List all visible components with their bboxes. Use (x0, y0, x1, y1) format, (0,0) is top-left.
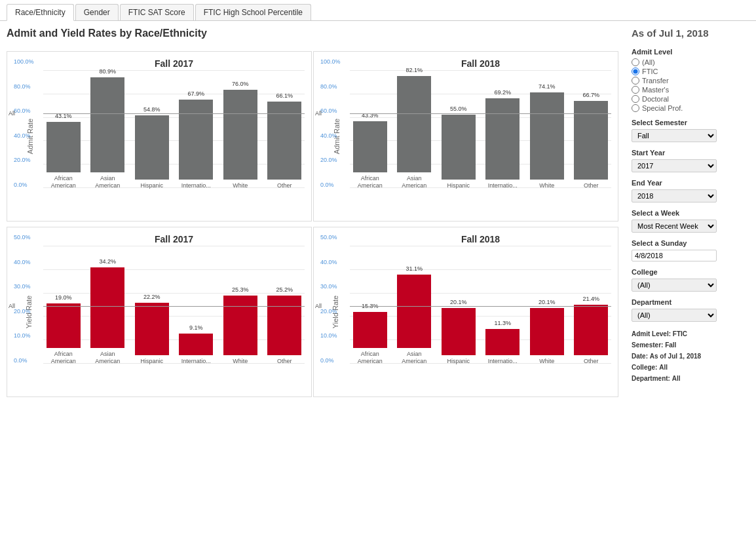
bar: 20.1% (530, 308, 564, 355)
all-line (43, 306, 305, 307)
tab-ftic-sat[interactable]: FTIC SAT Score (120, 4, 194, 20)
bar-value-label: 19.0% (55, 294, 72, 301)
bar-group: 74.1%White (527, 71, 567, 189)
all-line (43, 113, 305, 114)
bar-group: 54.8%Hispanic (132, 71, 172, 189)
bar-value-label: 22.2% (143, 294, 161, 300)
x-axis-label: Hispanic (447, 182, 470, 189)
bar: 25.2% (267, 296, 301, 355)
semester-select[interactable]: FallSpringSummer (632, 129, 717, 142)
chart-panel: Fall 2018Yield Rate50.0%40.0%30.0%20.0%1… (313, 227, 618, 397)
bar: 15.3% (353, 312, 387, 348)
bar-value-label: 55.0% (450, 106, 467, 112)
bar-value-label: 9.1% (189, 324, 203, 331)
bar-group: 66.1%Other (265, 71, 305, 189)
x-axis-label: Internatio... (488, 182, 518, 189)
y-axis: 100.0%80.0%60.0%40.0%20.0%0.0% (14, 58, 34, 188)
bar-group: 43.1%AfricanAmerican (43, 71, 84, 189)
x-axis-label: Other (277, 358, 292, 365)
admit-level-option[interactable]: Doctoral (632, 95, 749, 103)
tab-gender[interactable]: Gender (75, 4, 119, 20)
bar: 54.8% (135, 115, 169, 180)
x-axis-label: Internatio... (488, 358, 518, 365)
bar-value-label: 76.0% (232, 81, 249, 87)
x-axis-label: White (539, 358, 554, 365)
bar: 19.0% (47, 303, 81, 348)
bar-value-label: 20.1% (450, 299, 467, 305)
admit-level-option[interactable]: Transfer (632, 77, 749, 85)
chart-title: Fall 2018 (350, 234, 611, 244)
end-year-label: End Year (632, 179, 749, 187)
bar-group: 76.0%White (220, 71, 261, 189)
dept-select[interactable]: (All) (632, 309, 717, 322)
x-axis-label: Internatio... (181, 182, 211, 189)
bar-value-label: 69.2% (494, 89, 511, 96)
bar: 67.9% (179, 100, 213, 180)
x-axis-label: AsianAmerican (402, 175, 426, 189)
x-axis-label: Other (584, 358, 599, 365)
bar: 9.1% (179, 334, 213, 355)
x-axis-label: AsianAmerican (402, 351, 426, 365)
bar-value-label: 74.1% (539, 83, 556, 90)
bar: 80.9% (90, 77, 124, 173)
bar-group: 80.9%AsianAmerican (88, 71, 128, 189)
all-label: All (315, 110, 322, 117)
bar-group: 66.7%Other (571, 71, 612, 189)
end-year-select[interactable]: 201820172016 (632, 189, 717, 202)
bar-value-label: 31.1% (406, 265, 423, 272)
bar: 21.4% (574, 305, 608, 355)
sunday-input[interactable] (632, 250, 717, 261)
all-line (350, 306, 611, 307)
tab-ftic-hs[interactable]: FTIC High School Percentile (195, 4, 311, 20)
y-axis: 50.0%40.0%30.0%20.0%10.0%0.0% (320, 234, 337, 364)
chart-panel: Fall 2017Admit Rate100.0%80.0%60.0%40.0%… (7, 51, 312, 222)
bar-value-label: 66.1% (276, 92, 293, 99)
bar-group: 55.0%Hispanic (438, 71, 479, 189)
bar: 20.1% (442, 308, 476, 355)
bar-value-label: 34.2% (99, 258, 116, 265)
semester-label: Select Semester (632, 119, 749, 126)
x-axis-label: AfricanAmerican (51, 175, 76, 189)
yield-rate-row: Fall 2017Yield Rate50.0%40.0%30.0%20.0%1… (7, 227, 618, 397)
college-label: College (632, 268, 749, 276)
x-axis-label: Hispanic (140, 358, 163, 365)
admit-level-option[interactable]: FTIC (632, 68, 749, 75)
admit-level-option[interactable]: Master's (632, 86, 749, 94)
bar-value-label: 25.3% (232, 286, 249, 293)
bar: 43.3% (353, 121, 387, 172)
bar-value-label: 20.1% (539, 299, 556, 305)
bar-group: 43.3%AfricanAmerican (350, 71, 390, 189)
x-axis-label: White (233, 182, 248, 189)
admit-level-option[interactable]: Special Prof. (632, 104, 749, 112)
tab-race-ethnicity[interactable]: Race/Ethnicity (7, 4, 74, 21)
bar: 11.3% (485, 329, 520, 356)
x-axis-label: AfricanAmerican (51, 351, 76, 365)
week-select[interactable]: Most Recent Week (632, 220, 717, 233)
y-axis: 50.0%40.0%30.0%20.0%10.0%0.0% (14, 234, 31, 364)
sidebar: As of Jul 1, 2018 Admit Level (All)FTICT… (618, 28, 749, 535)
admit-level-option[interactable]: (All) (632, 58, 749, 66)
x-axis-label: Other (584, 182, 599, 189)
college-select[interactable]: (All) (632, 279, 717, 292)
bar: 25.3% (223, 296, 257, 355)
bar-value-label: 66.7% (582, 92, 599, 98)
bar-value-label: 11.3% (494, 320, 511, 326)
bar-value-label: 21.4% (582, 296, 599, 302)
x-axis-label: AsianAmerican (95, 175, 120, 189)
bar-value-label: 82.1% (406, 67, 423, 73)
bar-group: 67.9%Internatio... (176, 71, 217, 189)
bar-value-label: 80.9% (99, 68, 116, 75)
week-label: Select a Week (632, 209, 749, 217)
chart-title: Fall 2017 (43, 58, 305, 69)
chart-panel: Fall 2017Yield Rate50.0%40.0%30.0%20.0%1… (7, 227, 312, 397)
bar: 74.1% (530, 92, 564, 180)
all-label: All (9, 303, 15, 309)
bar: 76.0% (223, 90, 257, 180)
start-year-select[interactable]: 201720162015 (632, 159, 717, 172)
as-of-date: As of Jul 1, 2018 (632, 28, 749, 39)
admit-level-group: (All)FTICTransferMaster'sDoctoralSpecial… (632, 58, 749, 112)
x-axis-label: White (539, 182, 554, 189)
sunday-label: Select a Sunday (632, 239, 749, 247)
bar: 82.1% (397, 76, 431, 173)
x-axis-label: Internatio... (181, 358, 211, 365)
